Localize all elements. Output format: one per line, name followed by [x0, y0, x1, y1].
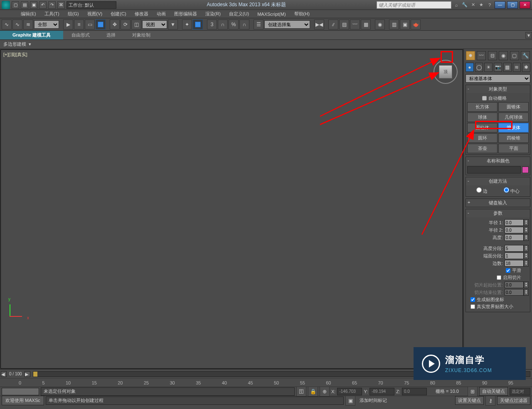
motion-tab-icon[interactable]: ◉ — [499, 51, 508, 60]
viewcube-face[interactable]: 顶 — [439, 65, 452, 78]
viewport[interactable]: [+][顶][真实] 顶 y x — [0, 49, 463, 369]
rollout-header-kb[interactable]: +键盘输入 — [466, 199, 530, 207]
cone-button[interactable]: 圆锥体 — [498, 102, 529, 112]
manip-icon[interactable]: ✦ — [182, 20, 192, 29]
named-selection-dropdown[interactable]: 创建选择集 — [264, 20, 310, 29]
ribbon-min-icon[interactable]: ▾ — [525, 32, 532, 39]
spinner-icon[interactable]: ▲▼ — [524, 234, 529, 241]
menu-tools[interactable]: 工具(T) — [40, 10, 64, 18]
coord-mode-icon[interactable]: ⊕ — [320, 387, 330, 397]
welcome-tab[interactable]: 欢迎使用 MAXSc — [2, 396, 44, 405]
menu-create[interactable]: 创建(C) — [106, 10, 130, 18]
link-icon[interactable]: ∿ — [2, 20, 12, 29]
menu-edit[interactable]: 编辑(E) — [17, 10, 40, 18]
object-color-swatch[interactable] — [522, 167, 529, 173]
geosphere-button[interactable]: 几何球体 — [498, 113, 529, 122]
spinner-icon[interactable]: ▲▼ — [524, 219, 529, 226]
radius1-input[interactable] — [505, 219, 524, 226]
select-name-icon[interactable]: ≡ — [74, 20, 84, 29]
selection-filter-dropdown[interactable]: 全部 — [34, 20, 59, 29]
named-sel-edit-icon[interactable]: ☰ — [254, 20, 264, 29]
key-filters-button[interactable]: 关键点过滤器 — [497, 396, 530, 405]
time-slider-thumb[interactable] — [33, 372, 37, 377]
qat-undo-icon[interactable]: ↶ — [39, 1, 47, 9]
helpers-icon[interactable]: ▦ — [503, 63, 512, 72]
systems-icon[interactable]: ✱ — [522, 63, 530, 72]
snap-3-icon[interactable]: 3 — [207, 20, 217, 29]
unlink-icon[interactable]: ∿ — [12, 20, 22, 29]
qat-new-icon[interactable]: ▢ — [12, 1, 19, 9]
tube-button[interactable]: 管状体 — [498, 123, 529, 132]
menu-modifiers[interactable]: 修改器 — [131, 10, 153, 18]
qat-open-icon[interactable]: ▤ — [21, 1, 28, 9]
scale-icon[interactable]: ◫ — [131, 20, 141, 29]
scroll-right-icon[interactable]: ▶ — [25, 371, 30, 377]
maximize-button[interactable]: ▢ — [507, 1, 518, 9]
scroll-left-icon[interactable]: ◀ — [1, 371, 7, 377]
category-dropdown[interactable]: 标准基本体 — [466, 74, 530, 83]
spinner-snap-icon[interactable]: ∩ — [239, 20, 249, 29]
sides-input[interactable] — [505, 260, 524, 267]
center-radio[interactable]: 中心 — [504, 187, 520, 194]
mirror-icon[interactable]: ▶◀ — [314, 20, 324, 29]
minimize-button[interactable]: — — [495, 1, 505, 9]
window-crossing-icon[interactable] — [96, 20, 106, 29]
plane-button[interactable]: 平面 — [498, 144, 529, 153]
menu-grapheditor[interactable]: 图形编辑器 — [170, 10, 201, 18]
spinner-icon[interactable]: ▲▼ — [524, 227, 529, 233]
torus-button[interactable]: 圆环 — [467, 133, 498, 143]
iso-icon[interactable]: ⊞ — [468, 387, 478, 397]
layers-icon[interactable]: ▤ — [339, 20, 349, 29]
hseg-input[interactable] — [505, 245, 524, 252]
rollout-header-objtype[interactable]: -对象类型 — [466, 85, 530, 93]
keyboard-shortcut-icon[interactable] — [193, 20, 203, 29]
wrench-icon[interactable]: 🔧 — [461, 2, 468, 8]
spacewarps-icon[interactable]: ≋ — [513, 63, 521, 72]
cylinder-button[interactable]: 圆柱体 — [467, 123, 498, 132]
render-setup-icon[interactable]: ▥ — [389, 20, 399, 29]
select-icon[interactable]: ▶ — [63, 20, 73, 29]
geometry-icon[interactable]: ● — [466, 63, 474, 72]
qat-save-icon[interactable]: ▣ — [30, 1, 37, 9]
shapes-icon[interactable]: ◯ — [475, 63, 483, 72]
viewcube[interactable]: 顶 — [433, 60, 458, 84]
rotate-icon[interactable]: ⟳ — [121, 20, 131, 29]
auto-key-button[interactable]: 自动关键点 — [479, 387, 508, 396]
move-icon[interactable]: ✥ — [110, 20, 120, 29]
star-icon[interactable]: ★ — [478, 2, 485, 8]
realworld-checkbox[interactable] — [470, 304, 475, 309]
select-rect-icon[interactable]: ▭ — [85, 20, 95, 29]
percent-snap-icon[interactable]: % — [229, 20, 239, 29]
search-input[interactable] — [377, 1, 451, 9]
hierarchy-tab-icon[interactable]: ⊟ — [488, 51, 497, 60]
set-key-button[interactable]: 设置关键点 — [455, 396, 484, 405]
height-input[interactable] — [505, 234, 524, 241]
script-listener[interactable] — [2, 388, 39, 395]
y-input[interactable] — [369, 388, 394, 395]
x-input[interactable] — [337, 388, 362, 395]
ribbon-subpanel[interactable]: 多边形建模 ▾ — [0, 40, 532, 49]
angle-snap-icon[interactable]: ∩ — [218, 20, 228, 29]
menu-rendering[interactable]: 渲染(R) — [201, 10, 225, 18]
smooth-checkbox[interactable] — [506, 268, 510, 273]
bind-spacewarp-icon[interactable]: ≋ — [23, 20, 33, 29]
ref-coord-dropdown[interactable]: 视图 — [142, 20, 167, 29]
tab-graphite[interactable]: Graphite 建模工具 — [0, 31, 63, 39]
add-timetag-label[interactable]: 添加时间标记 — [357, 397, 389, 404]
help-icon[interactable]: ? — [486, 2, 493, 8]
viewport-label[interactable]: [+][顶][真实] — [3, 51, 27, 58]
close-button[interactable]: ✕ — [520, 1, 530, 9]
material-editor-icon[interactable]: ◉ — [375, 20, 385, 29]
curve-editor-icon[interactable]: 〰 — [350, 20, 360, 29]
rollout-header-method[interactable]: -创建方法 — [466, 177, 530, 185]
key-mode-icon[interactable]: 🔒 — [308, 387, 318, 397]
tab-objpaint[interactable]: 对象绘制 — [124, 31, 159, 39]
render-frame-icon[interactable]: ▣ — [400, 20, 410, 29]
lights-icon[interactable]: ☀ — [484, 63, 493, 72]
schematic-icon[interactable]: ▦ — [361, 20, 371, 29]
menu-help[interactable]: 帮助(H) — [290, 10, 314, 18]
sphere-button[interactable]: 球体 — [467, 113, 498, 122]
workspace-dropdown[interactable]: 工作台: 默认 — [66, 1, 116, 9]
box-button[interactable]: 长方体 — [467, 102, 498, 112]
genuv-checkbox[interactable] — [470, 297, 475, 302]
